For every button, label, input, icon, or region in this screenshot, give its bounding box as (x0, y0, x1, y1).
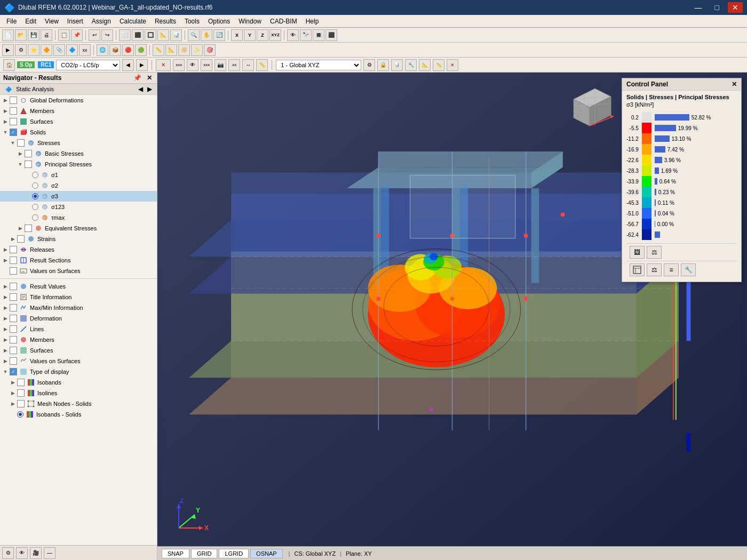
tb3-view-set[interactable]: ⚙ (363, 59, 375, 71)
menu-window[interactable]: Window (234, 15, 266, 27)
menu-view[interactable]: View (41, 15, 63, 27)
nav-tb-camera[interactable]: 🎥 (30, 547, 42, 559)
menu-cad-bim[interactable]: CAD-BIM (266, 15, 301, 27)
tree-item-isobands[interactable]: ▶ Isobands (0, 377, 157, 388)
radio-sigma3[interactable] (32, 193, 38, 199)
tb3-v3[interactable]: 📐 (419, 59, 431, 71)
tree-item-title-info[interactable]: ▶ Title Information (0, 292, 157, 302)
check-members[interactable] (10, 107, 17, 115)
menu-options[interactable]: Options (204, 15, 234, 27)
tb-b3[interactable]: 🔲 (145, 29, 156, 41)
tb-view2[interactable]: 🔭 (300, 29, 312, 41)
cp-tab-balance[interactable]: ⚖ (647, 263, 662, 276)
check-result-values[interactable] (10, 283, 17, 290)
tree-item-mesh-nodes-solids[interactable]: ▶ Mesh Nodes - Solids (0, 398, 157, 409)
check-isolines[interactable] (17, 389, 25, 397)
tb3-lock[interactable]: 🔒 (377, 59, 389, 71)
check-strains[interactable] (17, 235, 25, 243)
tb-copy[interactable]: 📋 (58, 29, 70, 41)
nav-pin-btn[interactable]: 📌 (132, 74, 143, 82)
tb-b1[interactable]: ⬜ (119, 29, 131, 41)
tb-b4[interactable]: 📐 (157, 29, 169, 41)
nav-close-btn[interactable]: ✕ (145, 74, 154, 82)
tb3-next[interactable]: ▶ (136, 59, 148, 71)
tb2-b13[interactable]: 📐 (165, 44, 177, 56)
status-osnap[interactable]: OSNAP (250, 549, 283, 558)
viewport[interactable]: +Y Control Panel ✕ Solids | Stresses | P… (157, 73, 747, 560)
radio-sigma123[interactable] (32, 204, 38, 210)
tree-item-stresses[interactable]: ▼ σ Stresses (0, 138, 157, 148)
tb3-eye[interactable]: 👁 (187, 59, 198, 71)
tree-item-equiv-stresses[interactable]: ▶ Equivalent Stresses (0, 223, 157, 234)
cp-scale-btn[interactable]: ⚖ (647, 246, 662, 259)
menu-file[interactable]: File (2, 15, 21, 27)
tb3-v4[interactable]: 📏 (433, 59, 444, 71)
tb3-v1[interactable]: 📊 (391, 59, 403, 71)
minimize-btn[interactable]: — (690, 2, 706, 13)
tb3-nav-icon[interactable]: 🏠 (3, 59, 15, 71)
tree-item-strains[interactable]: ▶ Strains (0, 234, 157, 244)
tree-item-principal-stresses[interactable]: ▼ σ Principal Stresses (0, 159, 157, 170)
check-equiv-stresses[interactable] (25, 225, 32, 232)
check-isobands[interactable] (17, 379, 25, 386)
load-combo-select[interactable]: CO2/p - LC5/p (56, 60, 120, 70)
tb-print[interactable]: 🖨 (41, 29, 52, 41)
status-grid[interactable]: GRID (191, 549, 218, 558)
tb-pan[interactable]: ✋ (201, 29, 212, 41)
orientation-cube[interactable]: +Y (563, 78, 616, 131)
check-solids[interactable] (10, 129, 17, 136)
tree-item-sigma123[interactable]: σ σ123 (0, 202, 157, 212)
tree-item-isobands-solids[interactable]: Isobands - Solids (0, 409, 157, 420)
close-btn[interactable]: ✕ (728, 2, 743, 13)
menu-edit[interactable]: Edit (21, 15, 41, 27)
check-mesh-nodes-solids[interactable] (17, 400, 25, 407)
check-lines[interactable] (10, 325, 17, 333)
nav-prev-btn[interactable]: ◀ (137, 85, 145, 93)
radio-isobands-solids[interactable] (17, 411, 23, 418)
tb3-v5[interactable]: ✕ (447, 59, 458, 71)
check-title-info[interactable] (10, 293, 17, 301)
tb3-meas[interactable]: 📏 (256, 59, 268, 71)
check-values-on-surfaces-b[interactable] (10, 357, 17, 365)
cp-close-btn[interactable]: ✕ (732, 81, 737, 88)
view-combo-select[interactable]: 1 - Global XYZ (276, 60, 361, 70)
check-members-b[interactable] (10, 336, 17, 343)
menu-tools[interactable]: Tools (180, 15, 204, 27)
tree-item-maxmin-info[interactable]: ▶ Max/Min Information (0, 302, 157, 313)
tree-item-global-def[interactable]: ▶ ⬡ Global Deformations (0, 95, 157, 106)
tree-item-values-on-surfaces-b[interactable]: ▶ Values on Surfaces (0, 356, 157, 366)
tb-rotate[interactable]: 🔄 (213, 29, 225, 41)
tb2-b4[interactable]: 🔶 (41, 44, 52, 56)
tb-new[interactable]: 📄 (2, 29, 14, 41)
menu-assign[interactable]: Assign (88, 15, 115, 27)
tree-item-sigma3[interactable]: σ σ3 (0, 191, 157, 202)
menu-insert[interactable]: Insert (63, 15, 88, 27)
tb-wire[interactable]: 🔳 (313, 29, 324, 41)
tb2-b14[interactable]: 🔆 (178, 44, 190, 56)
tree-item-result-sections[interactable]: ▶ Result Sections (0, 255, 157, 266)
check-maxmin-info[interactable] (10, 304, 17, 311)
tree-item-result-values[interactable]: ▶ Result Values (0, 281, 157, 292)
tb-z-axis[interactable]: Z (257, 29, 268, 41)
tb2-b1[interactable]: ▶ (2, 44, 14, 56)
tree-item-isolines[interactable]: ▶ Isolines (0, 388, 157, 398)
titlebar-right[interactable]: — □ ✕ (690, 2, 743, 13)
status-snap[interactable]: SNAP (162, 549, 189, 558)
cp-image-btn[interactable]: 🖼 (630, 246, 645, 259)
menu-calculate[interactable]: Calculate (115, 15, 150, 27)
tree-item-basic-stresses[interactable]: ▶ σ Basic Stresses (0, 148, 157, 159)
tb-zoom[interactable]: 🔍 (188, 29, 200, 41)
tree-item-surfaces[interactable]: ▶ Surfaces (0, 116, 157, 127)
tb3-arr[interactable]: ↔ (242, 59, 254, 71)
tb2-b9[interactable]: 📦 (109, 44, 121, 56)
tree-item-lines[interactable]: ▶ Lines (0, 324, 157, 334)
check-surfaces-b[interactable] (10, 347, 17, 354)
nav-tb-line[interactable]: — (44, 547, 55, 559)
tb-redo[interactable]: ↪ (101, 29, 113, 41)
nav-tb-settings[interactable]: ⚙ (2, 547, 14, 559)
maximize-btn[interactable]: □ (711, 2, 724, 13)
tree-item-tmax[interactable]: τ τmax (0, 212, 157, 223)
tree-item-sigma2[interactable]: σ σ2 (0, 180, 157, 191)
radio-sigma2[interactable] (32, 182, 38, 189)
tree-item-members-b[interactable]: ▶ Members (0, 334, 157, 345)
